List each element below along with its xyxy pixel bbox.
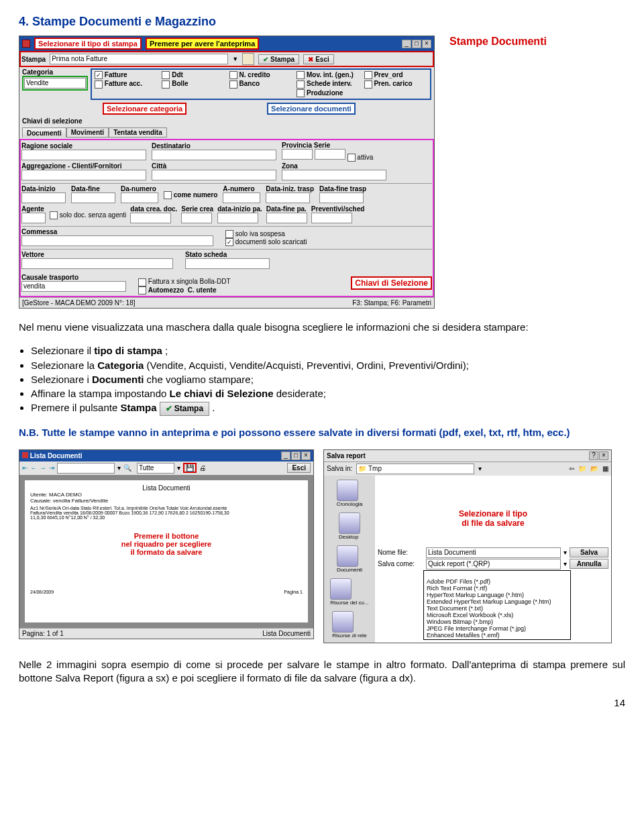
window-buttons[interactable]: _□× xyxy=(401,40,431,48)
input-ragione[interactable] xyxy=(21,150,146,160)
preview-pagina: Pagina 1 xyxy=(284,590,303,594)
lbl-vettore: Vettore xyxy=(21,251,182,258)
folder-combo[interactable]: 📁 Tmp xyxy=(356,464,474,474)
categoria-combo[interactable]: Vendite xyxy=(24,78,86,89)
save-report-button[interactable]: 💾 xyxy=(183,463,197,473)
lbl-dfinepa: Data-fine pa. xyxy=(266,205,307,213)
nomefile-input[interactable]: Lista Documenti xyxy=(426,547,561,558)
tab-tentata[interactable]: Tentata vendita xyxy=(109,127,167,138)
input-prov[interactable] xyxy=(282,149,313,160)
side-cronologia[interactable]: Cronologia xyxy=(337,480,363,507)
input-dest[interactable] xyxy=(152,150,276,160)
toolbar: Stampa Prima nota Fatture ▼ ✔Stampa ✖Esc… xyxy=(19,51,434,67)
preview-hint: Premere il bottone nel riquadro per sceg… xyxy=(30,532,303,556)
filetype-xls[interactable]: Microsoft Excel Workbook (*.xls) xyxy=(425,612,570,618)
lbl-zona: Zona xyxy=(282,162,432,170)
preview-status-r: Lista Documenti xyxy=(262,630,311,637)
annulla-button[interactable]: Annulla xyxy=(570,559,608,569)
cb-banco[interactable]: Banco xyxy=(239,80,260,87)
tab-documenti[interactable]: Documenti xyxy=(22,127,66,138)
inline-stampa-button[interactable]: ✔Stampa xyxy=(160,402,209,415)
filetype-txt[interactable]: Text Document (*.txt) xyxy=(425,605,570,612)
filetype-qrp[interactable]: Quick report (*.QRP) xyxy=(425,571,570,578)
cb-fattacc[interactable]: Fatture acc. xyxy=(105,80,142,87)
cb-produzione[interactable]: Produzione xyxy=(307,89,343,97)
zoom-combo[interactable]: Tutte xyxy=(137,463,174,474)
salvacome-label: Salva come: xyxy=(378,560,423,567)
input-serie[interactable] xyxy=(315,149,345,160)
cb-fattsing[interactable]: Fattura x singola Bolla-DDT xyxy=(148,278,231,285)
print-icon[interactable] xyxy=(242,53,254,65)
window-buttons-2b[interactable]: ?× xyxy=(588,451,608,460)
filetype-bmp[interactable]: Windows Bitmap (*.bmp) xyxy=(425,618,570,625)
cb-attiva[interactable]: attiva xyxy=(357,154,373,161)
screenshot-stampe-documenti: Selezionare il tipo di stampa Premere pe… xyxy=(19,36,435,309)
input-dfine[interactable] xyxy=(71,193,115,203)
cb-ncredito[interactable]: N. credito xyxy=(239,71,270,78)
filetype-rtf[interactable]: Rich Text Format (*.rtf) xyxy=(425,585,570,592)
side-desktop[interactable]: Desktop xyxy=(339,512,360,540)
stampa-combo[interactable]: Prima nota Fatture xyxy=(50,54,228,64)
cb-docscar[interactable]: documenti solo scaricati xyxy=(235,238,307,246)
cb-ddt[interactable]: Ddt xyxy=(172,71,183,78)
input-aggreg[interactable] xyxy=(21,170,146,180)
input-danum[interactable] xyxy=(121,193,158,203)
input-dinizio[interactable] xyxy=(21,193,66,203)
input-diniztrasp[interactable] xyxy=(266,193,310,203)
cb-soloagenti[interactable]: solo doc. senza agenti xyxy=(60,211,127,219)
input-commessa[interactable] xyxy=(21,235,213,246)
filetype-pdf[interactable]: Adobe PDF Files (*.pdf) xyxy=(425,578,570,585)
lbl-cutente: C. utente xyxy=(188,286,217,294)
lbl-statoscheda: Stato scheda xyxy=(185,251,270,258)
cb-comenum[interactable]: come numero xyxy=(174,191,218,199)
side-risorse-co[interactable]: Risorse del co... xyxy=(330,578,368,606)
cb-bolle[interactable]: Bolle xyxy=(172,80,188,87)
tab-movimenti[interactable]: Movimenti xyxy=(66,127,109,138)
input-datacrea[interactable] xyxy=(130,213,171,223)
input-vettore[interactable] xyxy=(21,258,173,269)
cb-pren[interactable]: Pren. carico xyxy=(374,80,412,87)
cb-prevord[interactable]: Prev_ord xyxy=(374,71,402,78)
status-bar: [GeStore - MACA DEMO 2009 N°: 18] F3: St… xyxy=(19,297,434,308)
lbl-dfinetrasp: Data-fine trasp xyxy=(319,185,366,193)
nb-note: N.B. Tutte le stampe vanno in anteprima … xyxy=(19,426,625,439)
page-number: 14 xyxy=(19,697,625,708)
window-buttons-2a[interactable]: _□× xyxy=(280,451,311,460)
chiavi-selezione-header: Chiavi di selezione xyxy=(19,116,434,126)
salvacome-combo[interactable]: Quick report (*.QRP) xyxy=(426,559,561,569)
screenshot-salva-report: Salva report ?× Salva in: 📁 Tmp▾ ⇦📁📂▦ Cr… xyxy=(323,449,612,643)
hint-press-preview: Premere per avere l'anteprima xyxy=(146,38,259,50)
input-statoscheda[interactable] xyxy=(185,258,270,269)
side-risorse-rete[interactable]: Risorse di rete xyxy=(332,611,367,639)
esci-button[interactable]: ✖Esci xyxy=(303,54,334,64)
hint-chiavi-box: Chiavi di Selezione xyxy=(351,276,432,290)
input-dfinepa[interactable] xyxy=(266,213,307,223)
cb-fatture[interactable]: Fatture xyxy=(105,71,127,78)
page-combo[interactable] xyxy=(57,463,115,474)
hint-sel-documenti: Selezionare documenti xyxy=(267,103,356,115)
filetype-jpg[interactable]: JPEG File Interchange Format (*.jpg) xyxy=(425,625,570,632)
input-prevsched[interactable] xyxy=(311,213,352,223)
nomefile-label: Nome file: xyxy=(378,549,423,556)
input-anum[interactable] xyxy=(223,193,260,203)
stampa-button[interactable]: ✔Stampa xyxy=(258,54,299,64)
lbl-caustrasp: Causale trasporto xyxy=(21,274,136,281)
input-diniziopa[interactable] xyxy=(217,213,258,223)
input-agente[interactable] xyxy=(21,213,46,223)
salva-button[interactable]: Salva xyxy=(570,547,608,557)
cb-soloiva[interactable]: solo iva sospesa xyxy=(235,230,285,237)
input-seriecrea[interactable] xyxy=(181,213,212,223)
cb-schede[interactable]: Schede interv. xyxy=(307,80,352,87)
input-citta[interactable] xyxy=(152,170,276,180)
side-documenti[interactable]: Documenti xyxy=(337,545,362,573)
bullets-list: Selezionare il tipo di stampa ; Selezion… xyxy=(31,344,625,415)
input-caustrasp[interactable]: vendita xyxy=(21,281,126,292)
cb-movint[interactable]: Mov. int. (gen.) xyxy=(307,71,354,78)
preview-esci-button[interactable]: Esci xyxy=(287,463,311,473)
input-zona[interactable] xyxy=(282,170,386,180)
input-dfinetrasp[interactable] xyxy=(319,193,364,203)
filetype-htm[interactable]: HyperText Markup Language (*.htm) xyxy=(425,592,570,598)
lbl-dest: Destinatario xyxy=(152,142,279,150)
filetype-xhtm[interactable]: Extended HyperText Markup Language (*.ht… xyxy=(425,598,570,605)
filetype-emf[interactable]: Enhanced Metafiles (*.emf) xyxy=(425,632,570,639)
